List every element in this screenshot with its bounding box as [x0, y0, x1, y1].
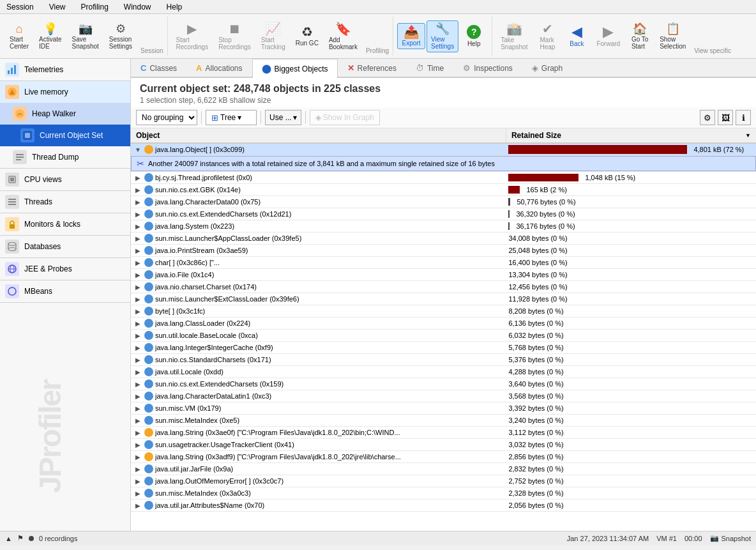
- table-row[interactable]: ▶ sun.nio.cs.ext.GBK (0x14e) 165 kB (2 %…: [131, 184, 756, 196]
- sidebar-item-current-object-set[interactable]: Current Object Set: [0, 125, 130, 146]
- table-row[interactable]: ▶ sun.nio.cs.StandardCharsets (0x171) 5,…: [131, 354, 756, 366]
- info-button[interactable]: ℹ: [736, 110, 751, 125]
- expand-icon[interactable]: ▶: [133, 440, 142, 449]
- table-row[interactable]: ▶ byte[ ] (0x3c1fc) 8,208 bytes (0 %): [131, 305, 756, 317]
- sidebar-item-mbeans[interactable]: MBeans: [0, 280, 130, 302]
- mark-heap-button[interactable]: ✔ MarkHeap: [533, 20, 561, 53]
- start-tracking-button[interactable]: 📈 StartTracking: [257, 20, 290, 53]
- table-row[interactable]: ▶ java.lang.String (0x3ae0f) ["C:\Progra…: [131, 427, 756, 439]
- expand-icon[interactable]: ▶: [133, 258, 142, 267]
- table-row[interactable]: ▶ bj.cy.sj.Thread.jprofiletest (0x0) 1,0…: [131, 172, 756, 184]
- expand-icon[interactable]: ▶: [133, 270, 142, 279]
- expand-icon[interactable]: ▼: [133, 145, 142, 154]
- expand-icon[interactable]: ▶: [133, 477, 142, 485]
- menu-window[interactable]: Window: [120, 1, 155, 13]
- tab-biggest-objects[interactable]: ⬤ Biggest Objects: [252, 59, 338, 78]
- tab-classes[interactable]: C Classes: [131, 59, 186, 77]
- sidebar-item-thread-dump[interactable]: Thread Dump: [0, 146, 130, 168]
- back-button[interactable]: ◀ Back: [563, 22, 591, 50]
- menu-help[interactable]: Help: [163, 1, 186, 13]
- menu-session[interactable]: Session: [3, 1, 38, 13]
- table-row[interactable]: ▶ java.util.jar.JarFile (0x9a) 2,832 byt…: [131, 463, 756, 475]
- expand-icon[interactable]: ▶: [133, 392, 142, 401]
- up-arrow-icon[interactable]: ▲: [5, 535, 12, 542]
- expand-icon[interactable]: ▶: [133, 489, 142, 498]
- forward-button[interactable]: ▶ Forward: [592, 22, 624, 50]
- table-row[interactable]: ▶ java.lang.CharacterData00 (0x75) 50,77…: [131, 196, 756, 208]
- start-center-button[interactable]: ⌂ StartCenter: [5, 20, 33, 52]
- expand-icon[interactable]: ▶: [133, 428, 142, 437]
- table-row[interactable]: ▶ sun.misc.Launcher$AppClassLoader (0x39…: [131, 233, 756, 245]
- expand-icon[interactable]: ▶: [133, 222, 142, 231]
- table-row[interactable]: ▶ java.lang.ClassLoader (0x224) 6,136 by…: [131, 317, 756, 330]
- col-object[interactable]: Object: [131, 128, 506, 143]
- sidebar-item-heap-walker[interactable]: Heap Walker: [0, 103, 130, 125]
- table-row[interactable]: ▶ java.nio.charset.Charset (0x174) 12,45…: [131, 281, 756, 293]
- settings-gear-button[interactable]: ⚙: [700, 110, 715, 125]
- sidebar-item-databases[interactable]: Databases: [0, 236, 130, 257]
- session-settings-button[interactable]: ⚙ SessionSettings: [105, 20, 137, 52]
- table-row[interactable]: ▶ java.util.Locale (0xdd) 4,288 bytes (0…: [131, 366, 756, 378]
- export-button[interactable]: 📤 Export: [397, 23, 425, 49]
- flag-icon[interactable]: ⚑: [17, 534, 24, 542]
- save-snapshot-button[interactable]: 📷 SaveSnapshot: [68, 20, 103, 52]
- expand-icon[interactable]: ▶: [133, 464, 142, 473]
- table-container[interactable]: Object Retained Size ▼ ▼: [131, 128, 756, 531]
- expand-icon[interactable]: ▶: [133, 379, 142, 388]
- show-selection-button[interactable]: 📋 ShowSelection: [655, 20, 690, 52]
- tab-inspections[interactable]: ⚙ Inspections: [453, 59, 522, 77]
- expand-icon[interactable]: ▶: [133, 343, 142, 352]
- table-row[interactable]: ▶ java.lang.Integer$IntegerCache (0xf9) …: [131, 342, 756, 354]
- expand-icon[interactable]: ▶: [133, 282, 142, 291]
- show-in-graph-button[interactable]: ◈ Show In Graph: [310, 110, 380, 125]
- table-row[interactable]: ▶ char[ ] (0x3c86c) ["... 16,400 bytes (…: [131, 257, 756, 269]
- col-retained[interactable]: Retained Size ▼: [506, 128, 756, 143]
- expand-icon[interactable]: ▶: [133, 355, 142, 364]
- expand-icon[interactable]: ▶: [133, 294, 142, 303]
- table-row[interactable]: ▶ sun.misc.VM (0x179) 3,392 bytes (0 %): [131, 402, 756, 415]
- tab-graph[interactable]: ◈ Graph: [522, 59, 572, 77]
- table-row[interactable]: ▶ java.lang.String (0x3adf9) ["C:\Progra…: [131, 451, 756, 463]
- tab-time[interactable]: ⏱ Time: [406, 59, 453, 77]
- start-recordings-button[interactable]: ▶ StartRecordings: [172, 20, 213, 53]
- sidebar-item-threads[interactable]: Threads: [0, 191, 130, 213]
- table-row[interactable]: ▶ java.io.File (0x1c4) 13,304 bytes (0 %…: [131, 269, 756, 281]
- expand-icon[interactable]: ▶: [133, 452, 142, 461]
- expand-icon[interactable]: ▶: [133, 367, 142, 376]
- table-row[interactable]: ▶ sun.util.locale.BaseLocale (0xca) 6,03…: [131, 330, 756, 342]
- expand-icon[interactable]: ▶: [133, 416, 142, 425]
- expand-icon[interactable]: ▶: [133, 246, 142, 255]
- sidebar-item-telemetries[interactable]: Telemetries: [0, 59, 130, 80]
- table-row[interactable]: ▶ sun.usagetracker.UsageTrackerClient (0…: [131, 439, 756, 451]
- stop-recordings-button[interactable]: ⏹ StopRecordings: [214, 20, 255, 53]
- sidebar-item-live-memory[interactable]: Live memory: [0, 81, 130, 103]
- tab-allocations[interactable]: A Allocations: [186, 59, 252, 77]
- sidebar-item-monitors-locks[interactable]: Monitors & locks: [0, 213, 130, 235]
- table-row[interactable]: ▼ java.lang.Object[ ] (0x3c099) 4,801 kB…: [131, 143, 756, 156]
- expand-icon[interactable]: ▶: [133, 234, 142, 243]
- expand-icon[interactable]: ▶: [133, 319, 142, 328]
- add-bookmark-button[interactable]: 🔖 AddBookmark: [324, 20, 362, 53]
- table-row[interactable]: ▶ java.util.jar.Attributes$Name (0x70) 2…: [131, 500, 756, 512]
- use-button[interactable]: Use ... ▾: [265, 110, 301, 125]
- image-export-button[interactable]: 🖼: [718, 110, 733, 125]
- expand-icon[interactable]: ▶: [133, 404, 142, 413]
- table-row[interactable]: ▶ sun.nio.cs.ext.ExtendedCharsets (0x12d…: [131, 208, 756, 220]
- expand-icon[interactable]: ▶: [133, 307, 142, 316]
- table-row[interactable]: ▶ java.lang.CharacterDataLatin1 (0xc3) 3…: [131, 390, 756, 402]
- expand-icon[interactable]: ▶: [133, 197, 142, 206]
- menu-view[interactable]: View: [45, 1, 70, 13]
- table-row[interactable]: ▶ java.io.PrintStream (0x3ae59) 25,048 b…: [131, 245, 756, 257]
- sidebar-item-cpu-views[interactable]: CPU views: [0, 169, 130, 190]
- table-row[interactable]: ▶ sun.nio.cs.ext.ExtendedCharsets (0x159…: [131, 378, 756, 390]
- tree-dropdown-button[interactable]: ⊞ Tree ▾: [206, 110, 257, 125]
- table-row[interactable]: ▶ sun.misc.MetaIndex (0x3a0c3) 2,328 byt…: [131, 487, 756, 500]
- sidebar-item-jee-probes[interactable]: JEE & Probes: [0, 258, 130, 280]
- view-settings-button[interactable]: 🔧 ViewSettings: [427, 20, 458, 52]
- menu-profiling[interactable]: Profiling: [77, 1, 112, 13]
- expand-icon[interactable]: ▶: [133, 210, 142, 218]
- activate-ide-button[interactable]: 💡 ActivateIDE: [34, 20, 66, 52]
- table-row[interactable]: ▶ java.lang.OutOfMemoryError[ ] (0x3c0c7…: [131, 475, 756, 487]
- help-button[interactable]: ? Help: [460, 22, 488, 50]
- table-row[interactable]: ▶ java.lang.System (0x223) 36,176 bytes …: [131, 220, 756, 233]
